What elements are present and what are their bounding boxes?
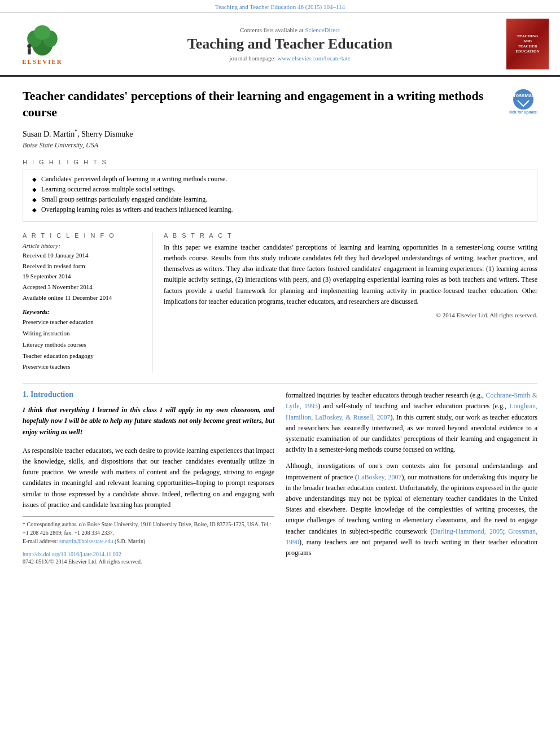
loughran-link[interactable]: Loughran, Hamilton, LaBoskey, & Russell,… xyxy=(286,402,537,421)
keywords-list: Preservice teacher education Writing ins… xyxy=(23,317,141,373)
intro-para3: Although, investigations of one's own co… xyxy=(286,461,537,558)
abstract-text: In this paper we examine teacher candida… xyxy=(164,242,537,307)
bullet-4: ◆ xyxy=(32,207,37,213)
footnote-email-link[interactable]: smartin@boisestate.edu xyxy=(59,538,113,544)
homepage-link[interactable]: www.elsevier.com/locate/tate xyxy=(277,55,350,62)
svg-point-4 xyxy=(34,25,51,40)
svg-text:CrossMark: CrossMark xyxy=(510,93,537,98)
top-bar: Teaching and Teacher Education 46 (2015)… xyxy=(0,0,560,13)
received-revised-label: Received in revised form xyxy=(23,263,85,269)
article-title-text: Teacher candidates' perceptions of their… xyxy=(23,88,509,120)
bottom-bar: http://dx.doi.org/10.1016/j.tate.2014.11… xyxy=(23,551,274,565)
svg-text:click for updates: click for updates xyxy=(509,110,537,115)
journal-center: Contents lists available at ScienceDirec… xyxy=(73,27,506,62)
svg-rect-6 xyxy=(28,48,31,54)
journal-homepage: journal homepage: www.elsevier.com/locat… xyxy=(73,55,506,62)
received-revised-date: 19 September 2014 xyxy=(23,273,71,279)
section-divider xyxy=(23,383,537,383)
authors-line: Susan D. Martin*, Sherry Dismuke xyxy=(23,128,537,139)
intro-title: Introduction xyxy=(30,390,73,399)
keyword-4: Teacher education pedagogy xyxy=(23,351,141,362)
accepted-date: Accepted 3 November 2014 xyxy=(23,283,93,290)
article-dates: Received 10 January 2014 Received in rev… xyxy=(23,250,141,303)
bullet-1: ◆ xyxy=(32,176,37,182)
contents-line: Contents lists available at ScienceDirec… xyxy=(73,27,506,33)
highlight-item-4: ◆ Overlapping learning roles as writers … xyxy=(32,206,528,214)
main-content: Teacher candidates' perceptions of their… xyxy=(0,77,560,576)
keyword-1: Preservice teacher education xyxy=(23,317,141,328)
received-date: Received 10 January 2014 xyxy=(23,252,88,259)
journal-title: Teaching and Teacher Education xyxy=(73,36,506,53)
darling-link[interactable]: Darling-Hammond, 2005 xyxy=(432,527,502,535)
footnote-star: * Corresponding author. c/o Boise State … xyxy=(23,520,274,537)
footnote-email: E-mail address: smartin@boisestate.edu (… xyxy=(23,537,274,545)
author1: Susan D. Martin xyxy=(23,130,75,138)
keyword-5: Preservice teachers xyxy=(23,361,141,373)
abstract-label: A B S T R A C T xyxy=(164,232,537,239)
available-date: Available online 11 December 2014 xyxy=(23,294,112,301)
journal-citation: Teaching and Teacher Education 46 (2015)… xyxy=(215,3,345,10)
intro-number: 1. xyxy=(23,390,29,399)
affiliation: Boise State University, USA xyxy=(23,141,537,150)
sciencedirect-link[interactable]: ScienceDirect xyxy=(305,27,340,33)
intro-para2: formalized inquiries by teacher educator… xyxy=(286,390,537,455)
footnote-area: * Corresponding author. c/o Boise State … xyxy=(23,516,274,545)
article-history-label: Article history: xyxy=(23,242,141,249)
abstract-copyright: © 2014 Elsevier Ltd. All rights reserved… xyxy=(164,312,537,318)
laboskey-link[interactable]: LaBoskey, 2007 xyxy=(357,473,402,481)
footnote-email-note: (S.D. Martin). xyxy=(115,538,147,544)
introduction-section: 1. Introduction I think that everything … xyxy=(23,390,537,565)
svg-point-5 xyxy=(27,44,31,48)
highlight-text-4: Overlapping learning roles as writers an… xyxy=(41,206,233,214)
highlight-text-2: Learning occurred across multiple social… xyxy=(41,185,176,194)
bullet-2: ◆ xyxy=(32,186,37,193)
issn-text: 0742-051X/© 2014 Elsevier Ltd. All right… xyxy=(23,558,274,565)
highlights-box: ◆ Candidates' perceived depth of learnin… xyxy=(23,169,537,222)
intro-heading: 1. Introduction xyxy=(23,390,274,399)
intro-left-col: 1. Introduction I think that everything … xyxy=(23,390,274,565)
elsevier-logo: ELSEVIER xyxy=(11,23,73,65)
elsevier-tree-icon xyxy=(17,23,68,57)
highlights-label: H I G H L I G H T S xyxy=(23,159,537,165)
doi-anchor[interactable]: http://dx.doi.org/10.1016/j.tate.2014.11… xyxy=(23,551,121,557)
info-abstract-section: A R T I C L E I N F O Article history: R… xyxy=(23,232,537,373)
article-info-label: A R T I C L E I N F O xyxy=(23,232,141,239)
highlight-item-2: ◆ Learning occurred across multiple soci… xyxy=(32,185,528,194)
author2: , Sherry Dismuke xyxy=(77,130,133,138)
intro-para1: As responsible teacher educators, we eac… xyxy=(23,445,274,510)
intro-quote: I think that everything I learned in thi… xyxy=(23,405,274,438)
article-title-block: Teacher candidates' perceptions of their… xyxy=(23,88,537,120)
abstract-col: A B S T R A C T In this paper we examine… xyxy=(152,232,537,373)
elsevier-label: ELSEVIER xyxy=(22,58,63,65)
keywords-label: Keywords: xyxy=(23,308,141,315)
keyword-2: Writing instruction xyxy=(23,328,141,339)
intro-right-col: formalized inquiries by teacher educator… xyxy=(286,390,537,565)
article-info: A R T I C L E I N F O Article history: R… xyxy=(23,232,152,373)
footnote-email-label: E-mail address: xyxy=(23,538,58,544)
highlight-text-1: Candidates' perceived depth of learning … xyxy=(41,175,227,184)
highlight-text-3: Small group settings particularly engage… xyxy=(41,195,207,204)
highlight-item-1: ◆ Candidates' perceived depth of learnin… xyxy=(32,175,528,184)
keyword-3: Literacy methods courses xyxy=(23,339,141,351)
cover-text: TEACHINGANDTEACHEREDUCATION xyxy=(515,34,539,54)
highlight-item-3: ◆ Small group settings particularly enga… xyxy=(32,195,528,204)
journal-cover-image: TEACHINGANDTEACHEREDUCATION xyxy=(506,19,549,69)
crossmark-badge-icon: CrossMark click for updates xyxy=(509,88,537,116)
journal-header: ELSEVIER Contents lists available at Sci… xyxy=(0,13,560,77)
bullet-3: ◆ xyxy=(32,196,37,203)
cochrane-link[interactable]: Cochrane-Smith & Lytle, 1993 xyxy=(286,391,537,410)
doi-link[interactable]: http://dx.doi.org/10.1016/j.tate.2014.11… xyxy=(23,551,274,557)
